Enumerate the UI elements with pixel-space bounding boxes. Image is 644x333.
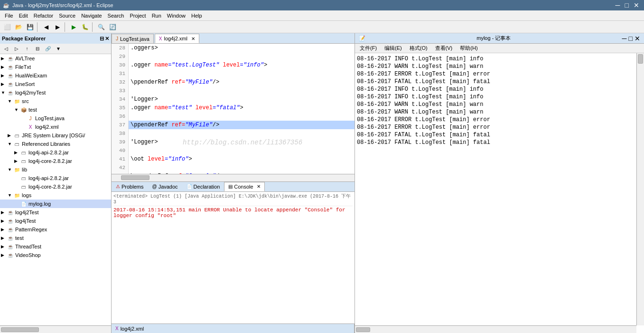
tree-item[interactable]: 🗃log4j-core-2.8.2.jar [0, 182, 111, 191]
tree-item[interactable]: ▶☕ThreadTest [0, 242, 111, 251]
tab-logtest-java[interactable]: J LogTest.java [112, 34, 154, 43]
notepad-restore-btn[interactable]: □ [629, 35, 633, 42]
tree-arrow[interactable]: ▼ [14, 107, 20, 112]
tree-item[interactable]: ▼📁lib [0, 165, 111, 174]
tree-arrow[interactable]: ▶ [1, 65, 7, 69]
tree-item[interactable]: ▶☕LineSort [0, 80, 111, 88]
tree-item[interactable]: ▶☕test [0, 234, 111, 242]
tree-item[interactable]: 🗃log4j-api-2.8.2.jar [0, 174, 111, 182]
forward-icon[interactable]: ▷ [11, 44, 22, 54]
tree-item[interactable]: ▼📁src [0, 97, 111, 105]
tree-arrow[interactable]: ▶ [1, 82, 7, 86]
menu-edit[interactable]: Edit [16, 12, 31, 19]
tree-item[interactable]: ▶☕FileTxt [0, 63, 111, 71]
code-scrollbar-thumb[interactable] [121, 175, 149, 180]
tree-item[interactable]: ▶🗃log4j-core-2.8.2.jar [0, 157, 111, 165]
tree-arrow[interactable]: ▶ [1, 236, 7, 240]
menu-help[interactable]: Help [188, 12, 205, 19]
tree-arrow[interactable]: ▼ [8, 99, 13, 104]
notepad-menu-edit[interactable]: 编辑(E) [382, 44, 405, 53]
toolbar-new[interactable]: ⬜ [2, 22, 12, 32]
toolbar-refresh[interactable]: 🔄 [107, 22, 118, 32]
menu-search[interactable]: Search [105, 12, 127, 19]
tab-log4j2-xml[interactable]: X log4j2.xml ✕ [155, 34, 199, 43]
horizontal-scrollbar[interactable] [0, 325, 111, 333]
view-menu-icon[interactable]: ▼ [53, 44, 64, 54]
notepad-minimize-btn[interactable]: ─ [622, 35, 627, 42]
notepad-scroll-thumb[interactable] [638, 54, 643, 64]
tree-item[interactable]: ▶☕VideoShop [0, 251, 111, 259]
tree-item[interactable]: ▶☕log4j2Test [0, 208, 111, 217]
maximize-button[interactable]: □ [623, 1, 631, 9]
menu-source[interactable]: Source [56, 12, 78, 19]
tree-item[interactable]: ▼🗃Referenced Libraries [0, 140, 111, 148]
close-console-icon[interactable]: ✕ [257, 184, 261, 189]
link-icon[interactable]: 🔗 [43, 44, 53, 54]
tree-arrow[interactable]: ▶ [1, 227, 7, 232]
notepad-menu-file[interactable]: 文件(F) [357, 44, 380, 53]
tree-item[interactable]: ▶🗃JRE System Library [OSGi/ [0, 131, 111, 140]
tab-javadoc[interactable]: @ Javadoc [148, 182, 182, 191]
tree-item[interactable]: ▶☕log4jTest [0, 217, 111, 225]
menu-navigate[interactable]: Navigate [78, 12, 104, 19]
toolbar-back[interactable]: ◀ [41, 22, 51, 32]
tree-arrow[interactable]: ▶ [14, 150, 20, 155]
minimize-button[interactable]: ─ [614, 1, 622, 9]
toolbar-open[interactable]: 📂 [13, 22, 24, 32]
tree-arrow[interactable]: ▼ [8, 193, 13, 198]
tree-icon: ☕ [7, 217, 14, 225]
notepad-close-btn[interactable]: ✕ [635, 35, 640, 42]
tree-arrow[interactable]: ▶ [1, 210, 7, 215]
tree-item[interactable]: 📄mylog.log [0, 200, 111, 208]
tree-arrow[interactable]: ▼ [8, 142, 13, 146]
back-icon[interactable]: ◁ [1, 44, 11, 54]
tree-item[interactable]: ▼☕log4j2myTest [0, 88, 111, 97]
tree-arrow[interactable]: ▶ [1, 244, 7, 249]
close-explorer-icon[interactable]: ✕ [105, 36, 109, 42]
toolbar-save[interactable]: 💾 [25, 22, 35, 32]
collapse-icon[interactable]: ⊟ [32, 44, 43, 54]
menu-file[interactable]: File [2, 12, 16, 19]
close-tab-icon[interactable]: ✕ [191, 36, 195, 41]
tree-arrow[interactable]: ▶ [1, 219, 7, 223]
notepad-scrollbar-h[interactable] [355, 325, 636, 333]
menu-run[interactable]: Run [149, 12, 164, 19]
tree-item[interactable]: ▶☕HuaWeiExam [0, 71, 111, 80]
notepad-menu-help[interactable]: 帮助(H) [457, 44, 480, 53]
notepad-menu-view[interactable]: 查看(V) [432, 44, 456, 53]
tree-item[interactable]: ▼📦test [0, 105, 111, 114]
toolbar-debug[interactable]: 🐛 [80, 22, 90, 32]
tree-arrow[interactable]: ▶ [14, 159, 20, 163]
tree-arrow[interactable]: ▼ [8, 167, 13, 172]
collapse-all-icon[interactable]: ⊟ [100, 36, 104, 42]
tree-item[interactable]: ▶🗃log4j-api-2.8.2.jar [0, 148, 111, 157]
scrollbar-thumb[interactable] [1, 327, 39, 332]
toolbar-search[interactable]: 🔍 [96, 22, 106, 32]
tab-declaration[interactable]: 📄 Declaration [182, 182, 224, 191]
tree-arrow[interactable]: ▼ [1, 90, 7, 95]
tree-arrow[interactable]: ▶ [1, 56, 7, 61]
menu-refactor[interactable]: Refactor [31, 12, 56, 19]
tab-problems[interactable]: ⚠ Problems [112, 182, 148, 191]
up-icon[interactable]: ↑ [22, 44, 32, 54]
tree-arrow[interactable]: ▶ [8, 133, 13, 138]
toolbar-forward[interactable]: ▶ [52, 22, 63, 32]
code-horizontal-scrollbar[interactable] [112, 174, 355, 181]
tree-item[interactable]: JLogTest.java [0, 114, 111, 123]
close-button[interactable]: ✕ [632, 1, 641, 9]
tree-item[interactable]: Xlog4j2.xml [0, 123, 111, 131]
toolbar-run[interactable]: ▶ [68, 22, 79, 32]
tree-item[interactable]: ▶☕AVLTree [0, 54, 111, 63]
bottom-file-tab[interactable]: X log4j2.xml [112, 323, 355, 333]
menu-project[interactable]: Project [127, 12, 149, 19]
tree-arrow[interactable]: ▶ [1, 253, 7, 257]
menu-window[interactable]: Window [164, 12, 188, 19]
tree-item[interactable]: ▼📁logs [0, 191, 111, 200]
notepad-scrollbar-v[interactable] [636, 53, 644, 325]
tree-item[interactable]: ▶☕PatternRegex [0, 225, 111, 234]
line-number: 30 [112, 61, 129, 69]
notepad-hscroll-thumb[interactable] [356, 327, 370, 332]
notepad-menu-format[interactable]: 格式(O) [407, 44, 430, 53]
tree-arrow[interactable]: ▶ [1, 73, 7, 78]
tab-console[interactable]: ▤ Console ✕ [224, 182, 264, 191]
